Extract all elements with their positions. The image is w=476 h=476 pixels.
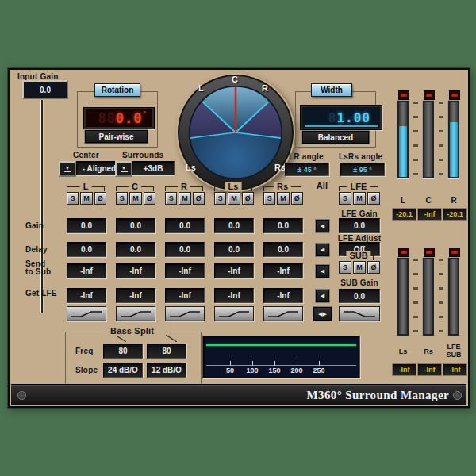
delay-value[interactable]: 0.0	[165, 242, 205, 257]
level-meter-rs	[422, 257, 435, 336]
graph-tick-label: 150	[268, 367, 280, 374]
meter-fill	[450, 122, 458, 177]
footer-right-icon[interactable]	[453, 391, 462, 400]
send-to-sub-value[interactable]: -Inf	[263, 263, 303, 278]
graph-tick	[319, 361, 320, 366]
mute-button[interactable]: M	[228, 192, 240, 205]
phase-button[interactable]: Ø	[291, 192, 303, 205]
channel-strip-ls: Ls S M Ø 0.0 0.0 -Inf -Inf	[214, 70, 254, 332]
channel-label: L	[80, 182, 92, 191]
clip-led-light	[426, 94, 432, 97]
slope-value-1[interactable]: 24 dB/O	[103, 363, 143, 378]
width-section-button[interactable]: Width	[311, 83, 352, 97]
solo-button[interactable]: S	[339, 192, 351, 205]
send-to-sub-value[interactable]: -Inf	[214, 263, 254, 278]
channel-strip-r: R S M Ø 0.0 0.0 -Inf -Inf	[165, 70, 205, 332]
left-triangle-icon: ◀	[321, 293, 324, 299]
freq-value-2[interactable]: 80	[147, 344, 186, 359]
solo-button[interactable]: S	[67, 192, 79, 205]
phase-button[interactable]: Ø	[242, 192, 254, 205]
sub-mute-button[interactable]: M	[353, 261, 366, 274]
gain-value[interactable]: 0.0	[214, 218, 254, 233]
get-lfe-row-label: Get LFE	[25, 289, 57, 298]
solo-button[interactable]: S	[263, 192, 275, 205]
highpass-filter-button[interactable]	[116, 306, 155, 321]
send-to-sub-value[interactable]: -Inf	[67, 263, 106, 278]
get-lfe-value[interactable]: -Inf	[67, 288, 106, 303]
phase-button[interactable]: Ø	[367, 192, 380, 205]
lowpass-filter-button[interactable]	[339, 306, 380, 321]
meter-value[interactable]: -20.1	[443, 208, 467, 221]
left-right-triangles-icon: ◀▶	[318, 311, 327, 317]
highpass-filter-button[interactable]	[165, 306, 205, 321]
get-lfe-value[interactable]: -Inf	[116, 288, 155, 303]
solo-button[interactable]: S	[116, 192, 128, 205]
mute-button[interactable]: M	[178, 192, 190, 205]
channel-bracket: C	[116, 186, 154, 191]
solo-button[interactable]: S	[214, 192, 226, 205]
input-gain-value[interactable]: 0.0	[22, 80, 68, 99]
mute-button[interactable]: M	[129, 192, 141, 205]
freq-value-1[interactable]: 80	[103, 344, 143, 359]
send-to-sub-value[interactable]: -Inf	[116, 263, 155, 278]
get-lfe-value[interactable]: -Inf	[214, 288, 254, 303]
mute-button[interactable]: M	[277, 192, 289, 205]
meter-value[interactable]: -Inf	[392, 363, 416, 376]
delay-value[interactable]: 0.0	[214, 242, 254, 257]
meter-value[interactable]: -Inf	[443, 363, 467, 376]
lfe-gain-value[interactable]: 0.0	[339, 218, 380, 233]
clip-led[interactable]	[449, 248, 460, 257]
delay-value[interactable]: 0.0	[67, 242, 106, 257]
meter-value[interactable]: -Inf	[417, 208, 442, 221]
clip-led[interactable]	[424, 90, 435, 100]
channel-strip-rs: Rs S M Ø 0.0 0.0 -Inf -Inf	[263, 70, 303, 332]
highpass-filter-button[interactable]	[263, 306, 303, 321]
clip-led-light	[451, 251, 458, 254]
clip-led[interactable]	[398, 90, 409, 100]
graph-tick-label: 250	[313, 367, 324, 374]
gain-value[interactable]: 0.0	[165, 218, 205, 233]
all-get-link-button[interactable]: ◀	[315, 289, 330, 303]
all-delay-link-button[interactable]: ◀	[315, 243, 330, 257]
phase-button[interactable]: Ø	[144, 192, 155, 205]
sub-phase-button[interactable]: Ø	[367, 261, 380, 274]
level-meter-c	[422, 100, 435, 179]
delay-value[interactable]: 0.0	[263, 242, 303, 257]
clip-led-light	[426, 251, 432, 254]
slope-value-2[interactable]: 12 dB/O	[147, 363, 186, 378]
all-filter-link-button[interactable]: ◀▶	[313, 306, 332, 321]
highpass-filter-button[interactable]	[214, 306, 254, 321]
clip-led[interactable]	[449, 90, 460, 100]
channel-bracket: Rs	[263, 186, 301, 191]
mute-button[interactable]: M	[353, 192, 366, 205]
graph-tick	[252, 361, 253, 366]
gain-value[interactable]: 0.0	[263, 218, 303, 233]
channel-label: Rs	[274, 182, 291, 191]
highpass-curve-icon	[167, 309, 202, 319]
gain-value[interactable]: 0.0	[67, 218, 106, 233]
all-send-link-button[interactable]: ◀	[315, 264, 330, 278]
get-lfe-value[interactable]: -Inf	[165, 288, 205, 303]
delay-value[interactable]: 0.0	[116, 242, 155, 257]
meter-label: L	[395, 196, 411, 205]
highpass-filter-button[interactable]	[67, 306, 106, 321]
rotation-section-button[interactable]: Rotation	[94, 83, 140, 97]
meter-value[interactable]: -Inf	[417, 363, 442, 376]
sub-gain-value[interactable]: 0.0	[339, 289, 380, 303]
solo-button[interactable]: S	[165, 192, 177, 205]
meter-label: Rs	[420, 347, 436, 355]
gain-value[interactable]: 0.0	[116, 218, 155, 233]
mute-button[interactable]: M	[80, 192, 92, 205]
meter-value[interactable]: -20.1	[392, 208, 416, 221]
send-to-sub-value[interactable]: -Inf	[165, 263, 205, 278]
channel-strip-l: L S M Ø 0.0 0.0 -Inf -Inf	[67, 70, 106, 332]
input-gain-slider[interactable]	[40, 100, 43, 313]
clip-led[interactable]	[398, 248, 409, 257]
footer-left-icon[interactable]	[17, 391, 26, 400]
clip-led[interactable]	[424, 248, 435, 257]
get-lfe-value[interactable]: -Inf	[263, 288, 303, 303]
phase-button[interactable]: Ø	[94, 192, 106, 205]
all-gain-link-button[interactable]: ◀	[315, 219, 330, 233]
sub-solo-button[interactable]: S	[339, 261, 351, 274]
phase-button[interactable]: Ø	[193, 192, 205, 205]
